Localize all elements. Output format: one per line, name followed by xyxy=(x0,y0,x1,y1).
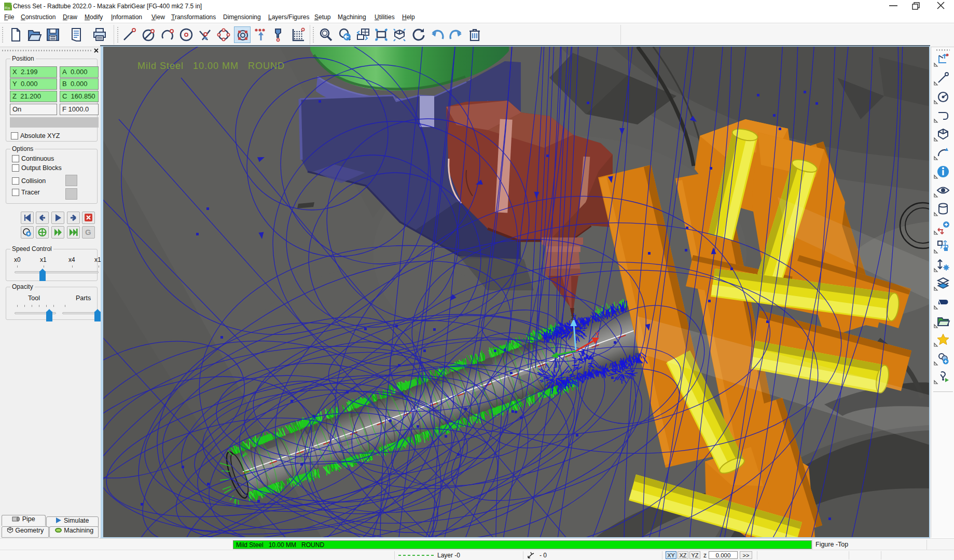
svg-text:Ra: Ra xyxy=(5,6,10,10)
svg-text:Y: Y xyxy=(552,344,557,352)
svg-text:Mild Steel 10.00 MM ROUND: Mild Steel 10.00 MM ROUND xyxy=(137,61,285,71)
svg-text:X: X xyxy=(595,331,599,338)
svg-text:Z: Z xyxy=(571,314,575,321)
svg-text:G: G xyxy=(85,228,91,236)
